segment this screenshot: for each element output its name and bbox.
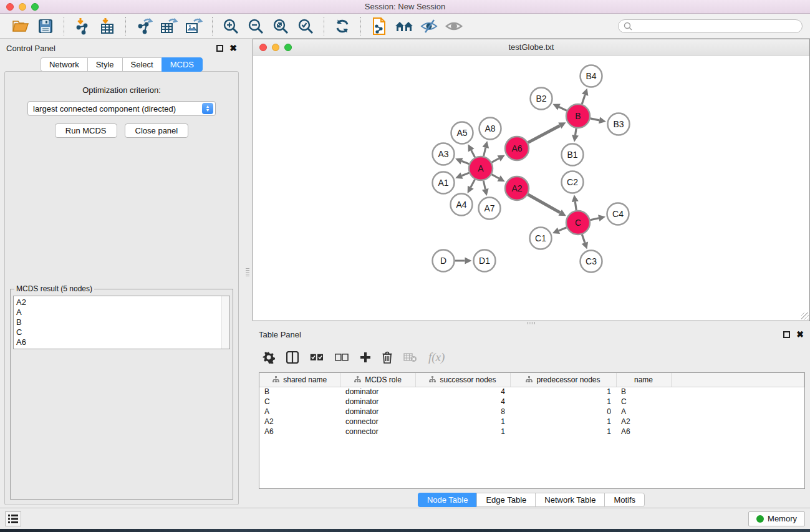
network-graph[interactable]: B4B2BB3A8A5A6A3B1AC2A1A2A4A7C4CC1C3DD1 (253, 56, 809, 320)
network-from-file-button[interactable] (370, 17, 388, 36)
export-image-button[interactable] (185, 17, 203, 36)
refresh-button[interactable] (333, 17, 352, 36)
open-session-button[interactable] (11, 17, 30, 36)
table-cell[interactable]: connector (340, 427, 415, 437)
graph-edge[interactable] (582, 95, 585, 104)
table-cell[interactable]: B (616, 387, 671, 397)
table-cell[interactable]: 0 (510, 407, 616, 417)
tab-node-table[interactable]: Node Table (418, 493, 477, 507)
column-header[interactable]: shared name (259, 373, 340, 387)
result-item[interactable]: C (16, 327, 227, 337)
table-row[interactable]: Cdominator41C (259, 397, 804, 407)
window-resize-grip[interactable] (801, 312, 809, 320)
close-panel-button[interactable]: Close panel (125, 123, 189, 138)
graph-edge[interactable] (575, 201, 576, 210)
table-cell[interactable]: dominator (340, 387, 415, 397)
table-cell[interactable]: A (616, 407, 671, 417)
graph-edge[interactable] (492, 175, 499, 178)
graph-edge[interactable] (492, 158, 499, 162)
table-cell[interactable]: A2 (259, 417, 340, 427)
table-cell[interactable]: 8 (415, 407, 510, 417)
column-header[interactable]: successor nodes (415, 373, 510, 387)
table-settings-button[interactable] (263, 351, 275, 364)
zoom-out-button[interactable] (246, 17, 265, 36)
task-history-button[interactable] (5, 511, 21, 526)
graph-edge[interactable] (576, 128, 577, 135)
result-item[interactable]: B (16, 317, 227, 327)
tab-mcds[interactable]: MCDS (162, 57, 203, 72)
select-all-button[interactable] (310, 354, 324, 361)
table-cell[interactable]: 1 (510, 387, 616, 397)
column-header[interactable]: name (616, 373, 671, 387)
home-layouts-button[interactable] (395, 17, 413, 36)
hide-selected-button[interactable] (420, 17, 438, 36)
table-cell[interactable]: A2 (616, 417, 671, 427)
table-cell[interactable]: C (616, 397, 671, 407)
tab-motifs[interactable]: Motifs (604, 493, 645, 507)
table-row[interactable]: Bdominator41B (259, 387, 804, 397)
table-cell[interactable]: connector (340, 417, 415, 427)
table-cell[interactable]: 1 (510, 397, 616, 407)
table-row[interactable]: A6connector11A6 (259, 427, 804, 437)
float-panel-icon[interactable] (783, 331, 790, 338)
tab-network[interactable]: Network (41, 57, 87, 72)
table-cell[interactable]: C (259, 397, 340, 407)
table-cell[interactable]: 4 (415, 387, 510, 397)
optimization-criterion-dropdown[interactable]: largest connected component (directed) ▲… (27, 101, 216, 116)
show-eye-button[interactable] (445, 17, 463, 36)
import-network-button[interactable] (73, 17, 92, 36)
run-mcds-button[interactable]: Run MCDS (55, 123, 117, 138)
search-input[interactable] (632, 22, 797, 31)
close-panel-icon[interactable]: ✖ (796, 330, 804, 339)
table-row[interactable]: A2connector11A2 (259, 417, 804, 427)
graph-edge[interactable] (461, 161, 469, 164)
zoom-in-button[interactable] (221, 17, 240, 36)
tab-edge-table[interactable]: Edge Table (476, 493, 535, 507)
table-cell[interactable]: 1 (415, 427, 510, 437)
table-row[interactable]: Adominator80A (259, 407, 804, 417)
split-column-button[interactable] (286, 351, 299, 364)
table-cell[interactable]: dominator (340, 407, 415, 417)
export-network-button[interactable] (135, 17, 153, 36)
search-field[interactable] (618, 19, 803, 33)
tab-network-table[interactable]: Network Table (535, 493, 604, 507)
graph-edge[interactable] (591, 118, 600, 120)
tab-style[interactable]: Style (87, 57, 122, 72)
float-panel-icon[interactable] (216, 45, 223, 52)
table-cell[interactable]: A (259, 407, 340, 417)
network-canvas[interactable]: B4B2BB3A8A5A6A3B1AC2A1A2A4A7C4CC1C3DD1 (253, 56, 809, 321)
graph-edge[interactable] (559, 107, 566, 111)
add-column-button[interactable] (360, 352, 371, 363)
graph-edge[interactable] (528, 125, 560, 142)
column-header[interactable]: MCDS role (340, 373, 415, 387)
zoom-fit-button[interactable] (271, 17, 290, 36)
close-panel-icon[interactable]: ✖ (229, 44, 237, 52)
table-cell[interactable]: 4 (415, 397, 510, 407)
tab-select[interactable]: Select (122, 57, 162, 72)
vertical-splitter[interactable] (243, 39, 253, 508)
result-item[interactable]: A6 (16, 337, 227, 347)
table-cell[interactable]: 1 (510, 417, 616, 427)
function-builder-button[interactable]: f(x) (428, 351, 445, 364)
horizontal-splitter[interactable] (253, 321, 810, 325)
graph-edge[interactable] (483, 181, 485, 190)
result-item[interactable]: A (16, 307, 227, 317)
memory-button[interactable]: Memory (748, 511, 805, 526)
table-cell[interactable]: A6 (259, 427, 340, 437)
result-item[interactable]: A2 (16, 297, 227, 307)
zoom-selected-button[interactable] (296, 17, 315, 36)
table-cell[interactable]: dominator (340, 397, 415, 407)
table-cell[interactable]: B (259, 387, 340, 397)
result-list-scrollbar[interactable] (221, 296, 229, 349)
graph-edge[interactable] (591, 218, 599, 220)
table-cell[interactable]: 1 (415, 417, 510, 427)
delete-column-button[interactable] (382, 351, 392, 364)
graph-edge[interactable] (559, 228, 566, 231)
export-table-button[interactable] (160, 17, 178, 36)
table-cell[interactable]: 1 (510, 427, 616, 437)
deselect-all-button[interactable] (335, 354, 349, 361)
import-table-button[interactable] (98, 17, 117, 36)
delete-table-button[interactable] (403, 352, 417, 362)
mcds-result-list[interactable]: A2ABCA6 (13, 296, 230, 349)
node-table[interactable]: shared nameMCDS rolesuccessor nodesprede… (259, 373, 804, 437)
